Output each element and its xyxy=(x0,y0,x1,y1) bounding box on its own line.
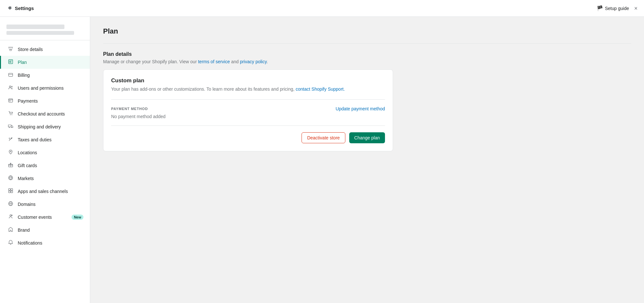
sidebar-item-users-and-permissions[interactable]: Users and permissions xyxy=(0,82,90,95)
sidebar-item-domains-label: Domains xyxy=(18,202,83,207)
notifications-icon xyxy=(7,240,14,246)
topbar-left: Settings xyxy=(6,5,34,12)
sidebar-item-store-details-label: Store details xyxy=(18,47,83,52)
setup-guide-label: Setup guide xyxy=(605,6,629,11)
store-url xyxy=(6,31,74,35)
sidebar-item-billing-label: Billing xyxy=(18,73,83,78)
store-info xyxy=(0,22,90,40)
page-title: Plan xyxy=(103,27,631,35)
payment-header: PAYMENT METHOD Update payment method xyxy=(111,106,385,111)
sidebar-item-users-label: Users and permissions xyxy=(18,86,83,91)
gift-icon xyxy=(7,162,14,169)
topbar: Settings 🏴 Setup guide × xyxy=(0,0,644,17)
payment-section: PAYMENT METHOD Update payment method No … xyxy=(111,99,385,119)
svg-point-8 xyxy=(9,127,10,128)
section-desc-text-mid: and xyxy=(231,59,238,64)
payments-icon xyxy=(7,98,14,104)
svg-point-3 xyxy=(11,86,12,87)
sidebar-item-markets-label: Markets xyxy=(18,176,83,181)
flag-icon: 🏴 xyxy=(597,5,603,11)
markets-icon xyxy=(7,175,14,182)
store-name xyxy=(6,25,64,29)
sidebar-item-apps-and-sales-channels[interactable]: Apps and sales channels xyxy=(0,185,90,198)
section-description: Manage or change your Shopify plan. View… xyxy=(103,59,631,64)
sidebar-item-customer-events[interactable]: Customer events New xyxy=(0,211,90,224)
contact-support-link[interactable]: contact Shopify Support. xyxy=(296,86,345,92)
sidebar-item-checkout-and-accounts[interactable]: Checkout and accounts xyxy=(0,107,90,120)
update-payment-method-link[interactable]: Update payment method xyxy=(336,106,385,111)
checkout-icon xyxy=(7,111,14,117)
sidebar-item-locations[interactable]: Locations xyxy=(0,146,90,159)
sidebar-item-shipping-and-delivery[interactable]: Shipping and delivery xyxy=(0,120,90,133)
svg-rect-4 xyxy=(9,99,13,102)
sidebar-item-customer-events-label: Customer events xyxy=(18,215,68,220)
svg-point-6 xyxy=(10,115,11,115)
sidebar-item-notifications-label: Notifications xyxy=(18,240,83,246)
svg-rect-5 xyxy=(9,101,10,101)
main-content: Plan Plan details Manage or change your … xyxy=(90,17,644,303)
sidebar-item-taxes-and-duties[interactable]: Taxes and duties xyxy=(0,133,90,146)
svg-point-18 xyxy=(10,215,12,216)
plan-card: Custom plan Your plan has add-ons or oth… xyxy=(103,69,393,151)
sidebar-item-shipping-label: Shipping and delivery xyxy=(18,124,83,129)
privacy-policy-link[interactable]: privacy policy xyxy=(240,59,267,64)
divider xyxy=(103,43,631,44)
users-icon xyxy=(7,85,14,91)
payment-method-label: PAYMENT METHOD xyxy=(111,107,148,111)
plan-desc-before: Your plan has add-ons or other customiza… xyxy=(111,86,294,92)
payment-value: No payment method added xyxy=(111,114,385,119)
apps-icon xyxy=(7,188,14,195)
change-plan-button[interactable]: Change plan xyxy=(349,132,385,143)
terms-of-service-link[interactable]: terms of service xyxy=(198,59,230,64)
sidebar-item-checkout-label: Checkout and accounts xyxy=(18,111,83,116)
svg-point-7 xyxy=(12,115,12,115)
billing-icon xyxy=(7,72,14,78)
store-icon xyxy=(7,46,14,53)
settings-gear-icon xyxy=(6,5,12,12)
plan-card-title: Custom plan xyxy=(111,77,385,84)
sidebar-item-plan[interactable]: Plan xyxy=(0,56,90,69)
locations-icon xyxy=(7,149,14,156)
sidebar-item-gift-cards-label: Gift cards xyxy=(18,163,83,168)
svg-rect-1 xyxy=(9,73,13,76)
shipping-icon xyxy=(7,124,14,130)
svg-rect-14 xyxy=(11,189,13,191)
topbar-title: Settings xyxy=(15,5,34,11)
topbar-right: 🏴 Setup guide × xyxy=(597,5,638,11)
card-footer: Deactivate store Change plan xyxy=(111,126,385,143)
new-badge: New xyxy=(72,215,83,220)
sidebar: Store details Plan Billing Users and per… xyxy=(0,17,90,303)
sidebar-item-locations-label: Locations xyxy=(18,150,83,155)
sidebar-item-plan-label: Plan xyxy=(18,60,83,65)
svg-point-2 xyxy=(9,86,11,87)
svg-rect-15 xyxy=(9,191,11,193)
sidebar-item-payments[interactable]: Payments xyxy=(0,95,90,107)
sidebar-item-brand-label: Brand xyxy=(18,227,83,233)
brand-icon xyxy=(7,227,14,233)
svg-rect-13 xyxy=(9,189,11,191)
close-button[interactable]: × xyxy=(634,5,638,11)
sidebar-item-gift-cards[interactable]: Gift cards xyxy=(0,159,90,172)
taxes-icon xyxy=(7,136,14,143)
plan-icon xyxy=(7,59,14,66)
section-title: Plan details xyxy=(103,51,631,57)
sidebar-item-store-details[interactable]: Store details xyxy=(0,43,90,56)
sidebar-item-notifications[interactable]: Notifications xyxy=(0,237,90,249)
svg-point-10 xyxy=(10,151,11,152)
section-desc-text-before: Manage or change your Shopify plan. View… xyxy=(103,59,197,64)
section-desc-period: . xyxy=(267,59,268,64)
sidebar-item-domains[interactable]: Domains xyxy=(0,198,90,211)
plan-card-description: Your plan has add-ons or other customiza… xyxy=(111,86,385,92)
sidebar-item-apps-label: Apps and sales channels xyxy=(18,189,83,194)
svg-rect-16 xyxy=(11,191,13,193)
main-layout: Store details Plan Billing Users and per… xyxy=(0,17,644,303)
sidebar-item-brand[interactable]: Brand xyxy=(0,224,90,237)
domains-icon xyxy=(7,201,14,207)
sidebar-item-taxes-label: Taxes and duties xyxy=(18,137,83,142)
sidebar-item-markets[interactable]: Markets xyxy=(0,172,90,185)
sidebar-item-payments-label: Payments xyxy=(18,98,83,104)
customer-events-icon xyxy=(7,214,14,220)
setup-guide-button[interactable]: 🏴 Setup guide xyxy=(597,5,629,11)
deactivate-store-button[interactable]: Deactivate store xyxy=(302,132,345,143)
sidebar-item-billing[interactable]: Billing xyxy=(0,69,90,82)
